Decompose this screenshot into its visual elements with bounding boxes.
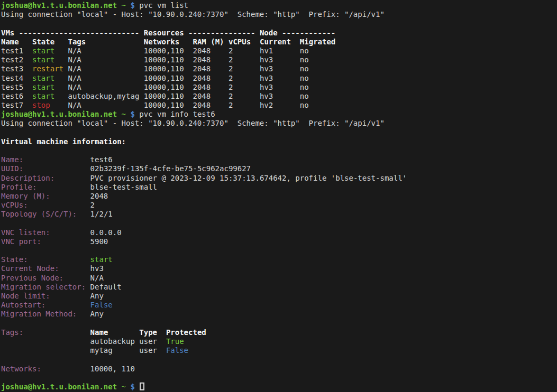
blank-line [1,128,557,137]
field-label: Description: [1,174,54,182]
vm-node: hv3 [260,92,273,100]
vm-node: hv1 [260,46,273,55]
vm-row-test7: test7 stop N/A 10000,110 2048 2 hv2 no [1,101,557,110]
vm-vcpus: 2 [229,55,233,64]
prompt-user-host: joshua@hv1.t.u.bonilan.net [1,1,117,10]
prompt-cwd: ~ [117,110,130,118]
vms-section-title: VMs [1,29,19,37]
vm-state: start [32,92,54,100]
vm-migrated: no [300,101,309,109]
field-label: Migration selector: [1,283,86,291]
field-value: Any [90,310,104,318]
terminal-cursor[interactable] [140,382,144,390]
field-value: Any [90,292,104,300]
field-value: 10000, 110 [90,365,135,373]
blank-line [1,374,557,382]
field-label: Current Node: [1,264,59,273]
info-line-topology: Topology (S/C/T): 1/2/1 [1,210,557,219]
tag-protected: False [166,346,188,354]
field-value: start [90,255,113,264]
col-header-current: Current [260,38,291,46]
vm-vcpus: 2 [229,83,233,91]
field-value: Default [90,283,122,291]
field-label: Name: [1,155,23,164]
vm-migrated: no [300,83,309,91]
vm-networks: 10000,110 [144,74,184,82]
info-line-node-limit: Node limit: Any [1,292,557,301]
blank-line [1,246,557,255]
command-text: pvc vm info test6 [135,110,215,118]
blank-line [1,319,557,328]
vm-node: hv2 [260,101,273,109]
info-line-uuid: UUID: 02b3239f-135f-4cfe-be75-5c962ac996… [1,164,557,173]
field-value: 2048 [90,192,108,200]
vms-section-rule: --------------------------- [19,29,140,37]
vm-vcpus: 2 [229,92,233,100]
prompt-user-host: joshua@hv1.t.u.bonilan.net [1,382,117,391]
connection-info: Using connection "local" - Host: "10.90.… [1,119,385,127]
blank-line [1,146,557,155]
info-line-profile: Profile: blse-test-small [1,183,557,192]
col-header-vcpus: vCPUs [229,38,251,46]
node-section-rule: ------------ [282,29,335,37]
prompt-line-3: joshua@hv1.t.u.bonilan.net ~ $ [1,382,557,391]
info-line-vcpus: vCPUs: 2 [1,201,557,210]
vm-networks: 10000,110 [144,83,184,91]
vm-row-test1: test1 start N/A 10000,110 2048 2 hv1 no [1,46,557,55]
vm-networks: 10000,110 [144,46,184,55]
info-line-vnc-listen: VNC listen: 0.0.0.0 [1,228,557,237]
vm-name: test6 [1,92,23,100]
vm-vcpus: 2 [229,64,233,73]
field-value: 0.0.0.0 [90,228,122,237]
field-label: Memory (M): [1,192,50,200]
tag-protected: True [166,337,184,346]
field-value: 02b3239f-135f-4cfe-be75-5c962ac99627 [90,164,251,173]
vm-migrated: no [300,92,309,100]
vm-vcpus: 2 [229,74,233,82]
field-value: PVC provisioner @ 2023-12-09 15:37:13.67… [90,174,407,182]
prompt-line-2: joshua@hv1.t.u.bonilan.net ~ $ pvc vm in… [1,110,557,119]
vm-row-test2: test2 start N/A 10000,110 2048 2 hv3 no [1,55,557,64]
vm-tags: N/A [68,101,81,109]
vm-state: start [32,74,54,82]
vm-row-test4: test4 start N/A 10000,110 2048 2 hv3 no [1,74,557,83]
vm-ram: 2048 [193,101,211,109]
vm-migrated: no [300,64,309,73]
tag-name: autobackup [90,337,135,346]
vm-ram: 2048 [193,64,211,73]
vm-migrated: no [300,74,309,82]
vm-tags: N/A [68,74,81,82]
info-line-vnc-port: VNC port: 5900 [1,237,557,246]
info-line-previous-node: Previous Node: N/A [1,274,557,283]
vm-name: test2 [1,55,23,64]
vm-tags: N/A [68,64,81,73]
vm-row-test3: test3 restart N/A 10000,110 2048 2 hv3 n… [1,64,557,73]
col-header-networks: Networks [144,38,179,46]
info-line-current-node: Current Node: hv3 [1,264,557,273]
field-label: Previous Node: [1,274,63,282]
prompt-symbol: $ [130,110,134,118]
tags-col-header-type: Type [139,328,157,337]
space [135,382,139,391]
field-label: Tags: [1,328,23,337]
vm-state: stop [32,101,50,109]
vm-tags: autobackup,mytag [68,92,139,100]
node-section-title: Node [255,29,282,37]
tags-col-header-protected: Protected [166,328,206,337]
prompt-user-host: joshua@hv1.t.u.bonilan.net [1,110,117,118]
tag-row-autobackup: autobackup user True [1,337,557,346]
tag-row-mytag: mytag user False [1,346,557,355]
terminal-window[interactable]: joshua@hv1.t.u.bonilan.net ~ $ pvc vm li… [0,0,557,392]
vm-name: test1 [1,46,23,55]
vm-state: start [32,83,54,91]
field-label: Autostart: [1,301,45,309]
blank-line [1,219,557,228]
vm-ram: 2048 [193,46,211,55]
vm-migrated: no [300,55,309,64]
tags-header-line: Tags: Name Type Protected [1,328,557,337]
connection-info-line: Using connection "local" - Host: "10.90.… [1,10,557,19]
field-label: Topology (S/C/T): [1,210,77,218]
tag-type: user [139,337,157,346]
col-header-tags: Tags [68,38,86,46]
vm-tags: N/A [68,55,81,64]
